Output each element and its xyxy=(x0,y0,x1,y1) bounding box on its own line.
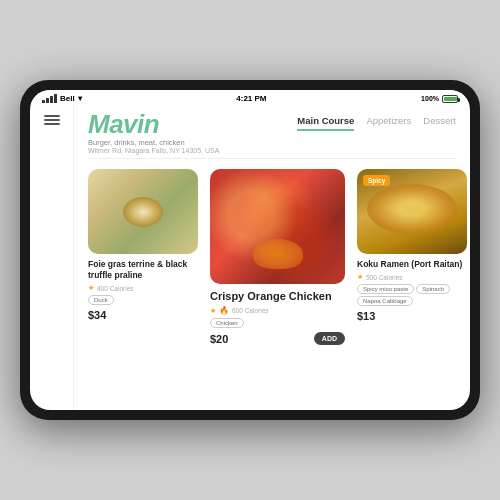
price-foie-gras: $34 xyxy=(88,309,106,321)
calories-chicken: 600 Calories xyxy=(232,307,269,314)
price-ramen: $13 xyxy=(357,310,375,322)
restaurant-address: Witmer Rd, Niagara Falls, NY 14305, USA xyxy=(88,147,297,154)
tag-chicken[interactable]: Chicken xyxy=(210,318,244,328)
spicy-badge-ramen: Spicy xyxy=(363,175,390,186)
content-area: Mavin Burger, drinks, meat, chicken Witm… xyxy=(30,105,470,410)
price-row-foie-gras: $34 xyxy=(88,309,198,321)
tab-dessert[interactable]: Dessert xyxy=(423,115,456,131)
food-card-foie-gras: Foie gras terrine & black truffle pralin… xyxy=(88,169,198,321)
tab-main-course[interactable]: Main Course xyxy=(297,115,354,131)
price-chicken: $20 xyxy=(210,333,228,345)
food-image-chicken xyxy=(210,169,345,284)
tag-spicy-miso[interactable]: Spicy miso paste xyxy=(357,284,414,294)
tablet-screen: Bell ▾ 4:21 PM 100% xyxy=(30,90,470,410)
status-bar: Bell ▾ 4:21 PM 100% xyxy=(30,90,470,105)
price-row-ramen: $13 xyxy=(357,310,467,322)
calories-ramen: 500 Calories xyxy=(366,274,403,281)
food-card-ramen: Spicy Koku Ramen (Port Raitan) ★ 500 Cal… xyxy=(357,169,467,322)
main-panel: Mavin Burger, drinks, meat, chicken Witm… xyxy=(74,105,470,410)
star-icon-chicken: ★ xyxy=(210,307,216,315)
food-image-ramen: Spicy xyxy=(357,169,467,254)
items-scroll[interactable]: Foie gras terrine & black truffle pralin… xyxy=(74,159,470,410)
tag-duck[interactable]: Duck xyxy=(88,295,114,305)
wifi-icon: ▾ xyxy=(78,94,82,103)
card-body-ramen: Koku Ramen (Port Raitan) ★ 500 Calories … xyxy=(357,254,467,322)
calories-foie-gras: 400 Calories xyxy=(97,285,134,292)
card-title-foie-gras: Foie gras terrine & black truffle pralin… xyxy=(88,259,198,281)
battery-icon xyxy=(442,95,458,103)
flame-icon-chicken: 🔥 xyxy=(219,306,229,315)
status-left: Bell ▾ xyxy=(42,94,82,103)
rating-row-ramen: ★ 500 Calories xyxy=(357,273,467,281)
tags-foie-gras: Duck xyxy=(88,295,198,305)
food-image-foie-gras xyxy=(88,169,198,254)
tablet-shell: Bell ▾ 4:21 PM 100% xyxy=(20,80,480,420)
header-left: Mavin Burger, drinks, meat, chicken Witm… xyxy=(74,105,297,158)
star-icon-ramen: ★ xyxy=(357,273,363,281)
battery-percent: 100% xyxy=(421,95,439,102)
tag-napoa[interactable]: Napoa Cabbage xyxy=(357,296,413,306)
card-body-foie-gras: Foie gras terrine & black truffle pralin… xyxy=(88,254,198,321)
items-row: Foie gras terrine & black truffle pralin… xyxy=(88,169,456,400)
tags-chicken: Chicken xyxy=(210,318,345,328)
brand-name: Mavin xyxy=(88,111,297,137)
header-right: Main Course Appetizers Dessert xyxy=(297,105,470,158)
status-right: 100% xyxy=(421,95,458,103)
tab-appetizers[interactable]: Appetizers xyxy=(366,115,411,131)
price-row-chicken: $20 ADD xyxy=(210,332,345,345)
restaurant-desc: Burger, drinks, meat, chicken xyxy=(88,138,297,147)
header-wrapper: Mavin Burger, drinks, meat, chicken Witm… xyxy=(74,105,470,158)
menu-icon[interactable] xyxy=(44,115,60,125)
card-body-chicken: Crispy Orange Chicken ★ 🔥 600 Calories C… xyxy=(210,284,345,345)
card-title-ramen: Koku Ramen (Port Raitan) xyxy=(357,259,467,270)
star-icon-foie-gras: ★ xyxy=(88,284,94,292)
sidebar xyxy=(30,105,74,410)
rating-row-chicken: ★ 🔥 600 Calories xyxy=(210,306,345,315)
rating-row-foie-gras: ★ 400 Calories xyxy=(88,284,198,292)
status-time: 4:21 PM xyxy=(236,94,266,103)
signal-dots xyxy=(42,94,57,103)
carrier-label: Bell xyxy=(60,94,75,103)
food-card-chicken: Crispy Orange Chicken ★ 🔥 600 Calories C… xyxy=(210,169,345,345)
tag-spinach[interactable]: Spinach xyxy=(416,284,450,294)
card-title-chicken: Crispy Orange Chicken xyxy=(210,289,345,303)
tags-ramen: Spicy miso paste Spinach Napoa Cabbage xyxy=(357,284,467,306)
add-button-chicken[interactable]: ADD xyxy=(314,332,345,345)
